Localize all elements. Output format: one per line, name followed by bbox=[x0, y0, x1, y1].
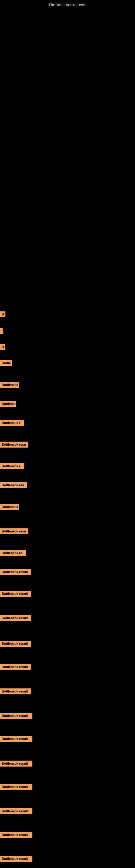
bottleneck-label-22: Bottleneck result bbox=[0, 761, 32, 767]
bottleneck-label-7: Bottleneck r bbox=[0, 420, 24, 426]
bottleneck-label-2: | bbox=[0, 328, 3, 334]
bottleneck-label-9: Bottleneck r bbox=[0, 463, 24, 469]
bottleneck-label-16: Bottleneck result bbox=[0, 615, 31, 621]
bottleneck-item-19: Bottleneck result bbox=[0, 686, 31, 696]
bottleneck-item-2: | bbox=[0, 326, 3, 336]
bottleneck-item-14: Bottleneck result bbox=[0, 567, 31, 577]
bottleneck-item-13: Bottleneck re bbox=[0, 548, 26, 558]
bottleneck-item-11: Bottleneck bbox=[0, 502, 19, 512]
bottleneck-item-26: Bottleneck result bbox=[0, 854, 32, 864]
bottleneck-label-24: Bottleneck result bbox=[0, 808, 32, 814]
bottleneck-label-18: Bottleneck result bbox=[0, 664, 31, 670]
bottleneck-label-13: Bottleneck re bbox=[0, 550, 26, 556]
bottleneck-item-17: Bottleneck result bbox=[0, 639, 31, 649]
bottleneck-label-14: Bottleneck result bbox=[0, 569, 31, 575]
bottleneck-item-15: Bottleneck result bbox=[0, 589, 31, 599]
bottleneck-label-20: Bottleneck result bbox=[0, 713, 32, 719]
bottleneck-label-3: B bbox=[0, 344, 5, 350]
bottleneck-item-1: B bbox=[0, 309, 5, 319]
bottleneck-item-16: Bottleneck result bbox=[0, 613, 31, 623]
main-chart-area bbox=[0, 8, 135, 307]
bottleneck-items-container: B|BBottleBottleneckBottlenecBottleneck r… bbox=[0, 309, 135, 868]
bottleneck-label-11: Bottleneck bbox=[0, 504, 19, 510]
bottleneck-item-25: Bottleneck result bbox=[0, 830, 32, 840]
bottleneck-label-21: Bottleneck result bbox=[0, 736, 32, 742]
bottleneck-item-8: Bottleneck resu bbox=[0, 439, 28, 450]
bottleneck-item-4: Bottle bbox=[0, 358, 12, 368]
bottleneck-label-26: Bottleneck result bbox=[0, 856, 32, 862]
bottleneck-item-23: Bottleneck result bbox=[0, 782, 32, 792]
bottleneck-label-5: Bottleneck bbox=[0, 382, 19, 388]
bottleneck-label-15: Bottleneck result bbox=[0, 591, 31, 597]
bottleneck-item-5: Bottleneck bbox=[0, 380, 19, 390]
bottleneck-item-18: Bottleneck result bbox=[0, 662, 31, 672]
bottleneck-item-6: Bottlenec bbox=[0, 399, 16, 409]
bottleneck-label-6: Bottlenec bbox=[0, 401, 16, 407]
bottleneck-label-10: Bottleneck res bbox=[0, 482, 27, 488]
bottleneck-item-3: B bbox=[0, 342, 5, 352]
site-title: TheBottlenecker.com bbox=[0, 0, 135, 8]
bottleneck-item-20: Bottleneck result bbox=[0, 711, 32, 721]
bottleneck-label-8: Bottleneck resu bbox=[0, 442, 28, 447]
bottleneck-item-24: Bottleneck result bbox=[0, 806, 32, 816]
bottleneck-item-22: Bottleneck result bbox=[0, 758, 32, 769]
bottleneck-label-4: Bottle bbox=[0, 360, 12, 366]
bottleneck-item-21: Bottleneck result bbox=[0, 734, 32, 744]
bottleneck-label-12: Bottleneck resu bbox=[0, 528, 28, 534]
bottleneck-item-10: Bottleneck res bbox=[0, 480, 27, 490]
bottleneck-label-1: B bbox=[0, 311, 5, 317]
bottleneck-item-12: Bottleneck resu bbox=[0, 526, 28, 536]
bottleneck-label-23: Bottleneck result bbox=[0, 784, 32, 790]
bottleneck-item-9: Bottleneck r bbox=[0, 461, 24, 471]
bottleneck-label-19: Bottleneck result bbox=[0, 688, 31, 694]
bottleneck-item-7: Bottleneck r bbox=[0, 418, 24, 428]
bottleneck-label-25: Bottleneck result bbox=[0, 832, 32, 838]
bottleneck-label-17: Bottleneck result bbox=[0, 641, 31, 647]
